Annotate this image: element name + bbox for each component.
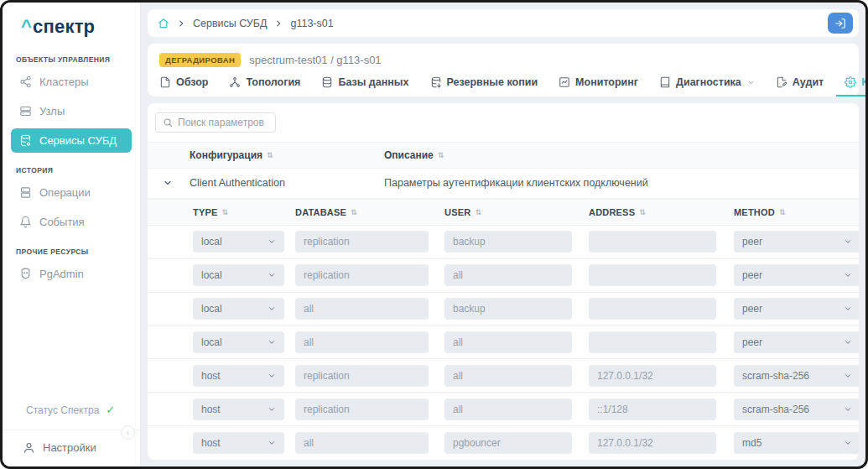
column-header-description[interactable]: Описание⇅: [384, 149, 859, 161]
tab-audit[interactable]: Аудит: [776, 76, 824, 88]
column-header-address[interactable]: ADDRESS⇅: [589, 207, 734, 217]
chevron-right-icon: [274, 19, 283, 28]
config-group-row[interactable]: Client Authentication Параметры аутентиф…: [148, 169, 859, 199]
parameter-search[interactable]: [155, 112, 276, 133]
login-icon: [834, 18, 846, 29]
column-header-type[interactable]: TYPE⇅: [193, 207, 295, 217]
address-input[interactable]: 127.0.0.1/32: [589, 432, 716, 454]
sidebar-item-db-services[interactable]: Сервисы СУБД: [11, 128, 132, 153]
sort-icon[interactable]: ⇅: [222, 208, 229, 216]
tab-overview[interactable]: Обзор: [159, 76, 208, 88]
database-input[interactable]: replication: [295, 365, 429, 387]
login-button[interactable]: [828, 13, 853, 34]
sort-icon[interactable]: ⇅: [438, 151, 444, 159]
breadcrumb-item-service-name: g113-s01: [290, 18, 333, 29]
sidebar-item-label: События: [39, 216, 85, 228]
type-select[interactable]: local: [193, 298, 284, 320]
type-select[interactable]: host: [193, 432, 284, 454]
table-row: local replication all peer: [148, 259, 859, 293]
breadcrumb-item-services[interactable]: Сервисы СУБД: [193, 18, 267, 29]
address-input[interactable]: [589, 298, 716, 320]
chart-icon: [559, 76, 570, 88]
tab-monitoring[interactable]: Мониторинг: [559, 76, 638, 88]
method-select[interactable]: peer: [734, 331, 859, 353]
chevron-down-icon: [268, 338, 276, 347]
collapse-sidebar-button[interactable]: ‹: [121, 425, 135, 440]
column-header-user[interactable]: USER⇅: [444, 207, 589, 217]
sidebar-item-settings[interactable]: Настройки: [3, 430, 140, 466]
sidebar-item-label: Кластеры: [39, 76, 89, 88]
user-input[interactable]: backup: [444, 231, 572, 253]
database-input[interactable]: replication: [295, 399, 429, 420]
sort-icon[interactable]: ⇅: [475, 208, 481, 216]
file-icon: [159, 76, 171, 88]
method-select[interactable]: md5: [734, 432, 859, 454]
database-icon: [321, 76, 333, 88]
status-ok-check-icon: ✓: [106, 404, 115, 416]
database-input[interactable]: all: [295, 432, 429, 454]
column-header-method[interactable]: METHOD⇅: [734, 207, 859, 217]
method-select[interactable]: peer: [734, 264, 859, 286]
table-row: host replication all ::1/128 scram-sha-2…: [148, 393, 859, 426]
chevron-down-icon: [844, 237, 852, 246]
chevron-down-icon[interactable]: [148, 178, 190, 188]
user-input[interactable]: all: [444, 264, 572, 286]
address-input[interactable]: [589, 264, 716, 286]
database-input[interactable]: replication: [295, 231, 429, 253]
sort-icon[interactable]: ⇅: [351, 208, 357, 216]
column-header-configuration[interactable]: Конфигурация⇅: [190, 149, 384, 161]
user-input[interactable]: all: [444, 365, 572, 387]
method-select[interactable]: peer: [734, 231, 859, 253]
tab-configurations[interactable]: Конфигурации: [845, 76, 868, 88]
database-input[interactable]: replication: [295, 264, 429, 286]
tab-label: Мониторинг: [575, 76, 638, 88]
chevron-down-icon: [268, 372, 276, 380]
sidebar-section-history: ИСТОРИЯ: [3, 155, 140, 178]
sidebar-item-operations[interactable]: Операции: [11, 180, 132, 205]
chevron-down-icon: [844, 305, 852, 313]
type-select[interactable]: local: [193, 264, 284, 286]
table-row: host all pgbouncer 127.0.0.1/32 md5: [148, 426, 859, 460]
user-input[interactable]: all: [444, 399, 572, 420]
sidebar-item-events[interactable]: События: [11, 210, 132, 234]
method-select[interactable]: scram-sha-256: [734, 399, 859, 420]
user-input[interactable]: backup: [444, 298, 572, 320]
address-input[interactable]: [589, 331, 716, 353]
sort-icon[interactable]: ⇅: [639, 208, 646, 216]
chevron-down-icon: [844, 405, 852, 414]
address-input[interactable]: 127.0.0.1/32: [589, 365, 716, 387]
user-input[interactable]: pgbouncer: [444, 432, 572, 454]
topology-icon: [229, 76, 241, 88]
address-input[interactable]: ::1/128: [589, 399, 716, 420]
type-select[interactable]: host: [193, 365, 284, 387]
sidebar-item-label: Операции: [39, 186, 91, 199]
database-input[interactable]: all: [295, 298, 429, 320]
search-input[interactable]: [178, 117, 268, 128]
search-icon: [163, 117, 173, 128]
sidebar-item-pgadmin[interactable]: PgAdmin: [11, 262, 132, 286]
user-input[interactable]: all: [444, 331, 572, 353]
chevron-down-icon: [268, 439, 276, 447]
method-select[interactable]: peer: [734, 298, 859, 320]
type-select[interactable]: local: [193, 231, 284, 253]
sort-icon[interactable]: ⇅: [267, 151, 273, 159]
type-select[interactable]: local: [193, 331, 284, 353]
pgadmin-icon: [19, 268, 32, 280]
home-icon[interactable]: [158, 18, 169, 29]
address-input[interactable]: [589, 231, 716, 253]
method-select[interactable]: scram-sha-256: [734, 365, 859, 387]
tab-databases[interactable]: Базы данных: [321, 76, 408, 88]
server-icon: [19, 105, 32, 117]
tab-diagnostics[interactable]: Диагностика: [659, 76, 755, 88]
chevron-down-icon: [844, 271, 852, 279]
tab-topology[interactable]: Топология: [229, 76, 300, 88]
sidebar-item-nodes[interactable]: Узлы: [11, 99, 132, 123]
config-group-name: Client Authentication: [190, 177, 384, 189]
type-select[interactable]: host: [193, 399, 284, 420]
service-name: spectrum-test01 / g113-s01: [249, 54, 381, 66]
database-input[interactable]: all: [295, 331, 429, 353]
tab-backups[interactable]: Резервные копии: [430, 76, 538, 88]
column-header-database[interactable]: DATABASE⇅: [295, 207, 444, 217]
sort-icon[interactable]: ⇅: [779, 208, 786, 216]
sidebar-item-clusters[interactable]: Кластеры: [11, 70, 132, 94]
